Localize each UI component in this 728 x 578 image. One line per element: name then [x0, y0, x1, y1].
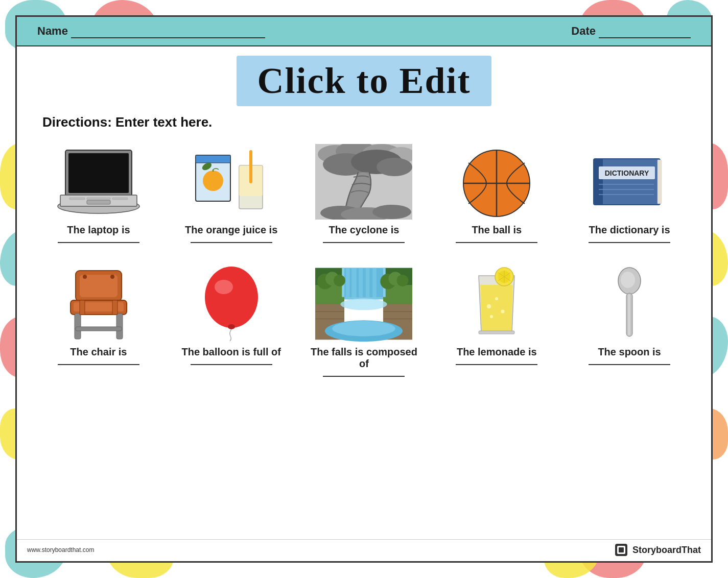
item-spoon: The spoon is [571, 266, 688, 372]
title-section[interactable]: Click to Edit [17, 46, 711, 110]
balloon-label: The balloon is full of [181, 346, 280, 358]
svg-point-71 [333, 321, 396, 336]
date-label: Date [571, 25, 596, 38]
item-ball: The ball is [438, 143, 555, 250]
footer-brand: StoryboardThat [614, 543, 701, 557]
svg-rect-95 [619, 547, 624, 552]
spoon-label: The spoon is [598, 346, 661, 358]
svg-rect-44 [75, 314, 81, 339]
balloon-image [183, 266, 280, 342]
svg-point-50 [215, 280, 233, 294]
ball-image [448, 143, 545, 220]
svg-rect-16 [249, 150, 252, 183]
svg-rect-31 [594, 159, 603, 205]
svg-rect-5 [87, 200, 110, 204]
directions-text: Directions: Enter text here. [42, 114, 212, 130]
item-dictionary: DICTIONARY The dictionary is [571, 143, 688, 250]
footer: www.storyboardthat.com StoryboardThat [17, 539, 711, 561]
svg-rect-48 [76, 327, 122, 331]
chair-image [50, 266, 147, 342]
svg-rect-45 [116, 314, 123, 339]
date-field: Date [571, 24, 691, 38]
svg-rect-92 [628, 294, 630, 335]
svg-rect-32 [657, 160, 662, 204]
ball-label: The ball is [472, 224, 522, 236]
orange-juice-line [191, 242, 272, 243]
svg-point-24 [377, 158, 412, 176]
laptop-image [50, 143, 147, 220]
falls-label: The falls is composed of [305, 346, 422, 370]
svg-rect-8 [112, 198, 128, 200]
balloon-line [191, 364, 272, 365]
grid-row-2: The chair is The [32, 260, 696, 384]
svg-rect-60 [352, 268, 357, 300]
svg-rect-46 [80, 300, 85, 315]
cyclone-image [315, 143, 412, 220]
svg-point-79 [487, 304, 491, 308]
item-balloon: The balloon is full of [173, 266, 290, 372]
svg-point-40 [83, 275, 87, 279]
svg-text:DICTIONARY: DICTIONARY [605, 169, 649, 177]
dictionary-line [589, 242, 670, 243]
svg-rect-59 [346, 268, 350, 300]
item-falls: The falls is composed of [305, 266, 422, 384]
item-lemonade: The lemonade is [438, 266, 555, 372]
chair-line [58, 364, 139, 365]
svg-point-75 [334, 275, 346, 286]
cyclone-label: The cyclone is [329, 224, 400, 236]
item-chair: The chair is [40, 266, 157, 372]
svg-point-78 [397, 275, 409, 286]
items-grid: The laptop is [17, 138, 711, 539]
orange-juice-label: The orange juice is [185, 224, 277, 236]
directions: Directions: Enter text here. [17, 110, 711, 138]
name-field: Name [37, 24, 265, 38]
cyclone-line [323, 242, 405, 243]
svg-rect-58 [344, 268, 383, 300]
svg-rect-63 [373, 268, 377, 300]
svg-rect-62 [366, 268, 370, 300]
grid-row-1: The laptop is [32, 138, 696, 250]
brand-icon [614, 543, 628, 557]
name-line [71, 24, 265, 38]
svg-point-49 [205, 267, 258, 328]
svg-rect-30 [594, 159, 660, 205]
svg-point-41 [110, 275, 114, 279]
svg-point-72 [341, 299, 387, 310]
svg-rect-6 [69, 198, 85, 200]
svg-rect-88 [479, 331, 514, 334]
title-text[interactable]: Click to Edit [257, 60, 471, 101]
svg-point-51 [228, 324, 235, 329]
lemonade-label: The lemonade is [457, 346, 537, 358]
lemonade-image [448, 266, 545, 342]
svg-point-82 [490, 315, 493, 318]
svg-point-27 [372, 205, 411, 219]
falls-image [315, 266, 412, 342]
item-cyclone: The cyclone is [305, 143, 422, 250]
title-box[interactable]: Click to Edit [237, 56, 491, 106]
dictionary-image: DICTIONARY [581, 143, 678, 220]
name-label: Name [37, 25, 68, 38]
item-orange-juice: The orange juice is [173, 143, 290, 250]
svg-point-11 [203, 171, 223, 191]
svg-point-81 [501, 310, 505, 314]
svg-point-90 [621, 272, 635, 288]
laptop-label: The laptop is [67, 224, 130, 236]
chair-label: The chair is [70, 346, 127, 358]
svg-rect-7 [87, 198, 110, 200]
svg-rect-61 [359, 268, 363, 300]
lemonade-line [456, 364, 537, 365]
svg-point-80 [495, 297, 498, 300]
brand-name: StoryboardThat [632, 545, 701, 556]
header-bar: Name Date [17, 17, 711, 46]
item-laptop: The laptop is [40, 143, 157, 250]
spoon-image [581, 266, 678, 342]
dictionary-label: The dictionary is [589, 224, 670, 236]
svg-rect-1 [68, 153, 129, 193]
laptop-line [58, 242, 139, 243]
falls-line [323, 376, 405, 377]
ball-line [456, 242, 537, 243]
footer-url: www.storyboardthat.com [27, 546, 94, 553]
orange-juice-image [183, 143, 280, 220]
svg-rect-47 [112, 300, 118, 315]
date-line [599, 24, 691, 38]
